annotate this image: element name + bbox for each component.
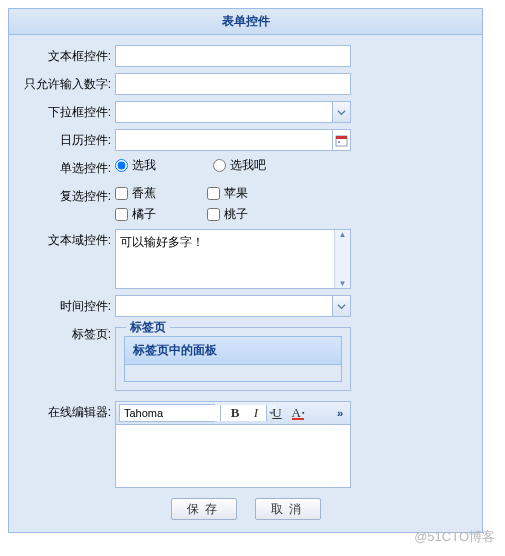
label-check: 复选控件: xyxy=(23,185,115,207)
editor-toolbar: B I U A▪ » xyxy=(116,402,350,425)
radio-label-1: 选我 xyxy=(132,157,156,174)
panel-title: 表单控件 xyxy=(9,9,482,35)
date-input[interactable] xyxy=(115,129,351,151)
bold-button[interactable]: B xyxy=(226,404,244,422)
text-input[interactable] xyxy=(115,45,351,67)
svg-rect-2 xyxy=(338,141,340,143)
check-banana[interactable]: 香蕉 xyxy=(115,185,201,202)
panel-body: 文本框控件: 只允许输入数字: 下拉框控件: 日历控件: xyxy=(9,35,482,532)
italic-button[interactable]: I xyxy=(247,404,265,422)
number-input[interactable] xyxy=(115,73,351,95)
calendar-icon[interactable] xyxy=(332,130,350,150)
inner-panel: 标签页中的面板 xyxy=(124,336,342,382)
label-radio: 单选控件: xyxy=(23,157,115,179)
button-bar: 保存 取消 xyxy=(23,498,468,520)
fontcolor-button[interactable]: A▪ xyxy=(289,404,307,422)
check-apple[interactable]: 苹果 xyxy=(207,185,293,202)
time-text[interactable] xyxy=(116,296,332,316)
radio-opt1[interactable]: 选我 xyxy=(115,157,207,174)
radio-label-2: 选我吧 xyxy=(230,157,266,174)
form-panel: 表单控件 文本框控件: 只允许输入数字: 下拉框控件: 日历控件: xyxy=(8,8,483,533)
check-orange[interactable]: 橘子 xyxy=(115,206,201,223)
save-button[interactable]: 保存 xyxy=(171,498,237,520)
label-number: 只允许输入数字: xyxy=(23,73,115,95)
font-combo[interactable] xyxy=(119,404,215,422)
label-text: 文本框控件: xyxy=(23,45,115,67)
label-textarea: 文本域控件: xyxy=(23,229,115,251)
label-date: 日历控件: xyxy=(23,129,115,151)
textarea-input[interactable] xyxy=(116,230,334,288)
combo-input[interactable] xyxy=(115,101,351,123)
check-peach[interactable]: 桃子 xyxy=(207,206,293,223)
time-input[interactable] xyxy=(115,295,351,317)
inner-panel-title: 标签页中的面板 xyxy=(125,337,341,365)
label-combo: 下拉框控件: xyxy=(23,101,115,123)
combo-text[interactable] xyxy=(116,102,332,122)
radio-input-2[interactable] xyxy=(213,159,226,172)
label-time: 时间控件: xyxy=(23,295,115,317)
separator xyxy=(220,405,221,421)
radio-input-1[interactable] xyxy=(115,159,128,172)
date-text[interactable] xyxy=(116,130,332,150)
underline-button[interactable]: U xyxy=(268,404,286,422)
cancel-button[interactable]: 取消 xyxy=(255,498,321,520)
svg-rect-1 xyxy=(336,136,347,139)
expand-button[interactable]: » xyxy=(333,407,347,419)
label-tab: 标签页: xyxy=(23,323,115,345)
chevron-down-icon[interactable] xyxy=(332,102,350,122)
textarea-scrollbar[interactable]: ▲▼ xyxy=(334,230,350,288)
inner-panel-body xyxy=(125,365,341,381)
editor-body[interactable] xyxy=(116,425,350,487)
tab-fieldset: 标签页 标签页中的面板 xyxy=(115,327,351,391)
radio-opt2[interactable]: 选我吧 xyxy=(213,157,266,174)
font-combo-text[interactable] xyxy=(120,405,266,421)
watermark: @51CTO博客 xyxy=(414,528,495,541)
fieldset-legend: 标签页 xyxy=(126,319,170,336)
label-editor: 在线编辑器: xyxy=(23,401,115,423)
html-editor: B I U A▪ » xyxy=(115,401,351,488)
chevron-down-icon[interactable] xyxy=(332,296,350,316)
